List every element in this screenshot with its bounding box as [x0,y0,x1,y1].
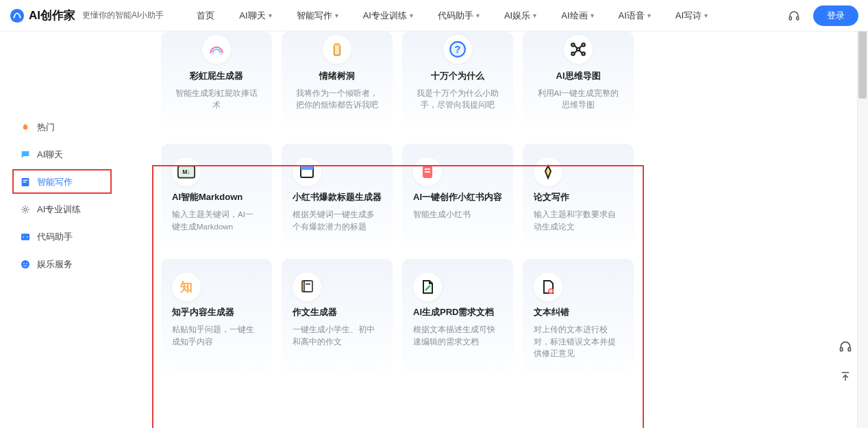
prd-icon [413,273,442,301]
card-desc: 根据关键词一键生成多个有爆款潜力的标题 [293,209,382,233]
svg-rect-4 [23,180,28,181]
card-emotion[interactable]: 情绪树洞 我将作为一个倾听者，把你的烦恼都告诉我吧 [282,32,393,123]
svg-rect-1 [789,16,791,20]
brand-logo-icon [10,8,25,23]
float-actions [835,336,856,387]
chat-icon [19,149,32,161]
card-desc: 智能生成小红书 [413,209,502,221]
card-xhs-title[interactable]: 小红书爆款标题生成器 根据关键词一键生成多个有爆款潜力的标题 [282,144,393,247]
support-icon[interactable] [787,9,801,23]
sidebar-item-training[interactable]: AI专业训练 [0,196,158,223]
header-right: 登录 [787,5,858,26]
card-title: 知乎内容生成器 [172,307,261,318]
svg-rect-7 [21,234,29,240]
svg-rect-31 [306,284,310,285]
nav-chat[interactable]: AI聊天▾ [230,5,281,26]
nav-label: AI绘画 [561,10,587,22]
chevron-down-icon: ▾ [410,12,413,19]
card-markdown[interactable]: M↓ AI智能Markdown 输入主题关键词，AI一键生成Markdown [161,144,272,247]
nav-label: 智能写作 [297,10,332,22]
nav-label: AI聊天 [239,10,265,22]
svg-point-19 [571,52,574,55]
nav-label: AI写诗 [675,10,702,22]
svg-point-8 [21,260,29,268]
svg-rect-13 [334,43,340,45]
svg-text:知: 知 [179,280,193,294]
rainbow-icon [202,35,231,64]
chevron-down-icon: ▾ [704,12,708,19]
nav-code[interactable]: 代码助手▾ [428,5,489,26]
card-rainbow[interactable]: 彩虹屁生成器 智能生成彩虹屁吹捧话术 [161,32,272,123]
back-to-top-icon[interactable] [835,366,856,387]
card-title: 情绪树洞 [293,71,382,82]
nav-voice[interactable]: AI语音▾ [609,5,660,26]
svg-point-9 [23,263,25,264]
svg-point-18 [582,43,584,46]
card-desc: 利用AI一键生成完整的思维导图 [534,88,623,112]
svg-rect-34 [848,348,850,351]
nav-draw[interactable]: AI绘画▾ [551,5,603,26]
sidebar-item-entertainment[interactable]: 娱乐服务 [0,251,158,278]
nav-writing[interactable]: 智能写作▾ [287,5,348,26]
nav-poem[interactable]: AI写诗▾ [666,5,717,26]
brand-subtitle: 更懂你的智能AI小助手 [82,10,164,21]
svg-point-12 [219,52,222,55]
note-icon [413,158,442,186]
training-icon [19,203,32,216]
nav-training[interactable]: AI专业训练▾ [354,5,423,26]
top-header: AI创作家 更懂你的智能AI小助手 首页 AI聊天▾ 智能写作▾ AI专业训练▾… [0,0,868,32]
svg-rect-5 [23,181,27,182]
svg-point-20 [582,52,584,55]
card-title: AI思维导图 [534,71,623,82]
card-why[interactable]: ? 十万个为什么 我是十万个为什么小助手，尽管向我提问吧 [402,32,513,123]
main-content: 彩虹屁生成器 智能生成彩虹屁吹捧话术 情绪树洞 我将作为一个倾听者，把你的烦恼都… [158,32,868,392]
svg-rect-30 [304,281,312,292]
brand-title: AI创作家 [29,8,75,23]
sidebar-item-writing[interactable]: 智能写作 [0,168,158,196]
card-title: 彩虹屁生成器 [172,71,261,82]
brand[interactable]: AI创作家 更懂你的智能AI小助手 [10,8,164,23]
nav-entertainment[interactable]: AI娱乐▾ [495,5,546,26]
smile-icon [19,258,32,270]
sidebar-item-hot[interactable]: 热门 [0,114,158,141]
sidebar: 热门 AI聊天 智能写作 AI专业训练 代码助手 [0,32,158,392]
chevron-down-icon: ▾ [533,12,536,19]
nav-label: 首页 [197,10,214,22]
chevron-down-icon: ▾ [591,12,594,19]
card-desc: 输入主题和字数要求自动生成论文 [534,209,623,233]
sidebar-item-chat[interactable]: AI聊天 [0,141,158,168]
sidebar-label: 代码助手 [37,231,73,243]
question-icon: ? [443,35,472,64]
card-essay[interactable]: 作文生成器 一键生成小学生、初中和高中的作文 [282,259,393,372]
flame-icon [19,121,32,134]
nav-label: AI娱乐 [504,10,530,22]
svg-point-16 [577,48,580,51]
svg-rect-24 [301,166,313,170]
card-desc: 根据文本描述生成可快速编辑的需求文档 [413,324,502,348]
sidebar-item-code[interactable]: 代码助手 [0,223,158,251]
nav-home[interactable]: 首页 [187,5,224,26]
card-mindmap[interactable]: AI思维导图 利用AI一键生成完整的思维导图 [523,32,634,123]
card-zhihu[interactable]: 知 知乎内容生成器 粘贴知乎问题，一键生成知乎内容 [161,259,272,372]
chevron-down-icon: ▾ [335,12,338,19]
markdown-icon: M↓ [172,158,201,186]
card-prd[interactable]: AI生成PRD需求文档 根据文本描述生成可快速编辑的需求文档 [402,259,513,372]
card-desc: 一键生成小学生、初中和高中的作文 [293,324,382,348]
card-correction[interactable]: 文本纠错 对上传的文本进行校对，标注错误文本并提供修正意见 [523,259,634,372]
correct-icon [534,273,562,301]
sidebar-label: 智能写作 [37,176,73,188]
card-xhs-content[interactable]: AI一键创作小红书内容 智能生成小红书 [402,144,513,247]
card-desc: 我将作为一个倾听者，把你的烦恼都告诉我吧 [293,88,382,112]
nav-label: 代码助手 [438,10,473,22]
top-nav: 首页 AI聊天▾ 智能写作▾ AI专业训练▾ 代码助手▾ AI娱乐▾ AI绘画▾… [187,5,717,26]
nav-label: AI语音 [619,10,645,22]
float-support-icon[interactable] [835,336,856,357]
login-button[interactable]: 登录 [813,5,858,26]
card-desc: 智能生成彩虹屁吹捧话术 [172,88,261,112]
chevron-down-icon: ▾ [269,12,272,19]
card-title: 作文生成器 [293,307,382,318]
card-title: 十万个为什么 [413,71,502,82]
chevron-down-icon: ▾ [647,12,651,19]
window-icon [293,158,321,186]
card-thesis[interactable]: 论文写作 输入主题和字数要求自动生成论文 [523,144,634,247]
